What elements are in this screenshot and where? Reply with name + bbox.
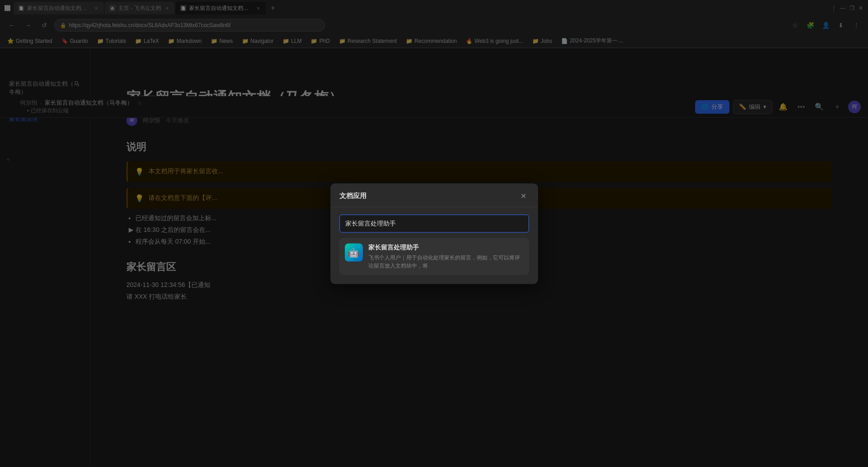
modal-body: 🤖 家长留言处理助手 飞书个人用户｜用于自动化处理家长的留言，例如，它可以将评论…: [330, 207, 538, 284]
app-result-desc-1: 飞书个人用户｜用于自动化处理家长的留言，例如，它可以将评论留言放入文档块中，将: [368, 253, 524, 269]
modal-close-button[interactable]: ✕: [518, 190, 529, 201]
app-result-name-1: 家长留言处理助手: [368, 243, 524, 251]
modal-title: 文档应用: [339, 192, 367, 200]
document-app-modal: 文档应用 ✕ 🤖 家长留言处理助手 飞书个人用户｜用于自动化处理家长的留言，例如…: [330, 183, 538, 284]
modal-header: 文档应用 ✕: [330, 183, 538, 207]
close-icon: ✕: [520, 192, 526, 200]
app-result-info-1: 家长留言处理助手 飞书个人用户｜用于自动化处理家长的留言，例如，它可以将评论留言…: [368, 243, 524, 269]
app-result-item-1[interactable]: 🤖 家长留言处理助手 飞书个人用户｜用于自动化处理家长的留言，例如，它可以将评论…: [339, 238, 529, 275]
app-result-icon-1: 🤖: [345, 243, 363, 261]
app-search-input[interactable]: [339, 214, 529, 232]
